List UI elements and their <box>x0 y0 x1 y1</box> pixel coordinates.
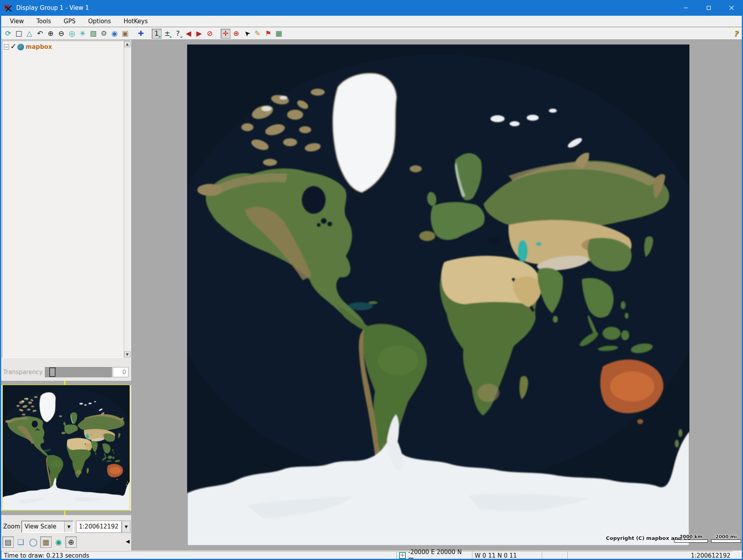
toolbar-icons: ⟳□△↶⊕⊖◎✳▧⚙◉▣✚1±?◀▶⊘✛⊕➤✎⚑▦ <box>3 29 284 39</box>
map-view-area: Copyright (C) mapbox and Co 2000 km 2000… <box>131 40 742 551</box>
panel-icon-row: ▤❏◯▦◉⊕ <box>1 534 131 549</box>
layer-row-mapbox[interactable]: ✓ mapbox <box>2 41 130 50</box>
legend-button[interactable]: ▤ <box>2 536 14 548</box>
scalebar-km-bar <box>674 540 708 543</box>
status-empty-segment <box>542 551 567 560</box>
zoom-label: Zoom <box>3 523 20 530</box>
collapse-arrow-icon[interactable]: ◀ <box>126 538 130 544</box>
maximize-button[interactable] <box>697 0 720 16</box>
status-coords-text: -20000 E 20000 N m <box>408 549 469 560</box>
menu-item-options[interactable]: Options <box>84 17 116 26</box>
zoom-mode-value: View Scale <box>22 523 64 530</box>
layer-checkbox[interactable]: ✓ <box>10 44 17 50</box>
undo-zoom-icon[interactable]: ↶ <box>35 29 45 39</box>
pixel-adjust-icon[interactable]: ± <box>162 29 172 39</box>
vector-add-icon[interactable]: ✚ <box>136 29 146 39</box>
chevron-down-icon[interactable]: ▼ <box>64 521 73 532</box>
scale-combo[interactable]: 1:200612192 ▼ <box>76 521 130 533</box>
transparency-value[interactable]: 0 <box>113 367 128 377</box>
pan-tool-icon[interactable]: ✛ <box>221 29 230 39</box>
resize-grip[interactable] <box>733 551 742 560</box>
window-title: Display Group 1 - View 1 <box>16 4 89 11</box>
position-crosshair-icon: ✛ <box>399 552 406 559</box>
titlebar: Display Group 1 - View 1 <box>0 0 743 16</box>
layers-button[interactable]: ❏ <box>15 536 26 548</box>
status-coordinates: ✛ -20000 E 20000 N m <box>396 551 472 560</box>
image-tool-icon[interactable]: ▦ <box>274 29 284 39</box>
world-map-svg <box>187 45 689 546</box>
layer-prev-icon[interactable]: ◀ <box>184 29 193 39</box>
fit-window-icon[interactable]: □ <box>14 29 24 39</box>
transparency-slider[interactable] <box>45 367 112 377</box>
raster-value-button[interactable]: 1 <box>152 29 162 39</box>
toolbar: ⟳□△↶⊕⊖◎✳▧⚙◉▣✚1±?◀▶⊘✛⊕➤✎⚑▦ ? <box>1 28 742 40</box>
world-map-svg <box>3 385 130 510</box>
transparency-row: Transparency 0 <box>1 363 131 381</box>
measure-tool-icon[interactable]: ✎ <box>253 29 262 39</box>
tree-expander-icon[interactable] <box>4 45 9 50</box>
layer-tree-panel: ✓ mapbox ▲ ▼ <box>2 41 130 358</box>
transparency-label: Transparency <box>3 369 45 376</box>
chevron-down-icon[interactable]: ▼ <box>122 521 130 533</box>
layer-name[interactable]: mapbox <box>26 43 52 50</box>
refresh-view-icon[interactable]: ⟳ <box>3 29 13 39</box>
layer-globe-icon <box>17 44 24 50</box>
scalebar-km-label: 2000 km <box>680 534 702 540</box>
no-edit-icon[interactable]: ⊘ <box>205 29 215 39</box>
menu-item-view[interactable]: View <box>5 17 29 26</box>
tree-scrollbar[interactable]: ▲ ▼ <box>124 41 130 358</box>
scroll-up-icon[interactable]: ▲ <box>124 41 130 47</box>
status-time-to-draw: Time to draw: 0.213 seconds <box>1 551 396 560</box>
help-icon[interactable]: ? <box>734 29 738 38</box>
zoom-full-icon[interactable]: △ <box>24 29 34 39</box>
zoom-in-icon[interactable]: ⊕ <box>46 29 56 39</box>
scroll-down-icon[interactable]: ▼ <box>124 351 130 358</box>
zoom-plus-button[interactable]: ⊕ <box>65 536 77 548</box>
panel-splitter-bottom[interactable] <box>1 511 131 515</box>
refresh-tiles-icon[interactable]: ✳ <box>78 29 87 39</box>
scale-value[interactable]: 1:200612192 <box>76 521 122 533</box>
layer-next-icon[interactable]: ▶ <box>194 29 204 39</box>
menu-item-hotkeys[interactable]: HotKeys <box>119 17 152 26</box>
menu-item-gps[interactable]: GPS <box>59 17 80 26</box>
web-globe-icon[interactable]: ◉ <box>110 29 119 39</box>
seek-layer-icon[interactable]: ▧ <box>88 29 98 39</box>
tools-icon[interactable]: ⚙ <box>99 29 109 39</box>
scalebar-mi-label: 2000 mi <box>715 534 737 540</box>
overview-map[interactable] <box>2 385 130 511</box>
scalebar-mi: 2000 mi <box>711 534 741 543</box>
scalebar-mi-bar <box>711 540 741 543</box>
profile-tool-icon[interactable]: ⚑ <box>263 29 273 39</box>
map-window-button[interactable]: ▦ <box>40 536 52 548</box>
left-panel: ✓ mapbox ▲ ▼ Transparency 0 <box>1 40 131 551</box>
minimize-button[interactable] <box>674 0 697 16</box>
map-canvas[interactable] <box>187 45 689 546</box>
zoom-map-button[interactable]: ◉ <box>53 536 64 548</box>
menubar: ViewToolsGPSOptionsHotKeys <box>1 16 742 27</box>
pointer-tool-icon[interactable]: ➤ <box>240 26 254 40</box>
menu-item-tools[interactable]: Tools <box>32 17 56 26</box>
camera-icon[interactable]: ▣ <box>120 29 130 39</box>
query-icon[interactable]: ? <box>173 29 183 39</box>
transparency-slider-handle[interactable] <box>49 367 56 377</box>
status-scale: 1:200612192 <box>567 551 733 560</box>
zoom-out-icon[interactable]: ⊖ <box>56 29 66 39</box>
zoom-layer-icon[interactable]: ◎ <box>67 29 77 39</box>
zoom-row: Zoom View Scale ▼ 1:200612192 ▼ <box>1 519 131 534</box>
statusbar: Time to draw: 0.213 seconds ✛ -20000 E 2… <box>1 551 742 560</box>
app-icon <box>4 3 13 13</box>
zoom-mode-dropdown[interactable]: View Scale ▼ <box>21 521 74 533</box>
status-geo-coordinates: W 0 11 N 0 11 <box>472 551 542 560</box>
magnifier-button[interactable]: ◯ <box>28 536 39 548</box>
close-button[interactable] <box>720 0 743 16</box>
scalebar-km: 2000 km <box>674 534 708 543</box>
